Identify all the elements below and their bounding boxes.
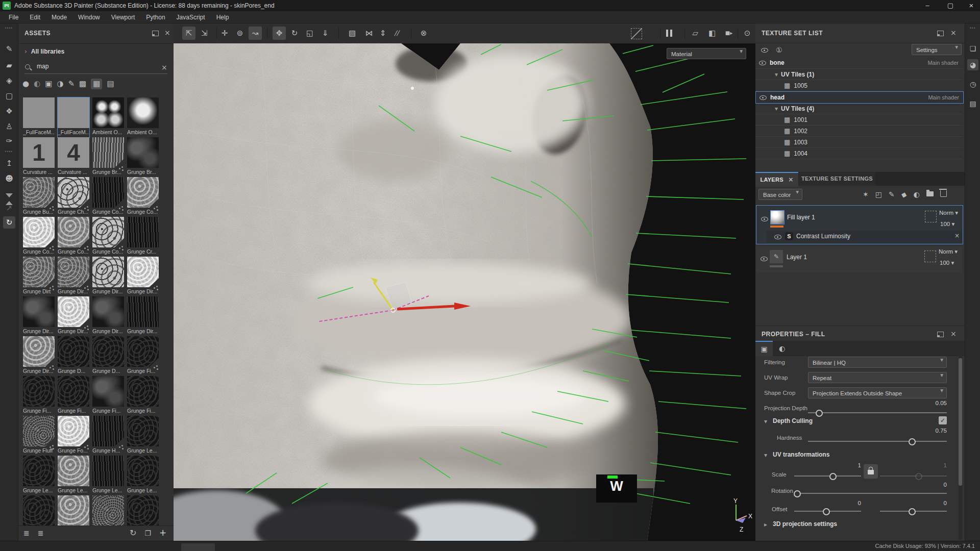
asset-item[interactable]: 1Curvature ... [23, 137, 55, 177]
uv-tile-name[interactable]: 1001 [794, 116, 807, 123]
discard-stroke-icon[interactable]: ⊗ [417, 27, 430, 40]
asset-thumbnail[interactable] [23, 456, 55, 486]
undock-icon[interactable] [937, 31, 944, 38]
import-list-icon[interactable]: ≣ [38, 530, 44, 537]
camera-view-icon[interactable]: ■▸ [722, 27, 736, 40]
asset-item[interactable]: Grunge Co... [127, 177, 159, 217]
asset-thumbnail[interactable] [92, 217, 124, 247]
visibility-icon[interactable] [758, 59, 767, 67]
add-effect-icon[interactable]: ✶ [863, 191, 869, 198]
asset-item[interactable]: Grunge D... [92, 336, 124, 376]
move-tool-icon[interactable]: ✥ [273, 27, 286, 40]
asset-item[interactable] [92, 495, 124, 529]
asset-thumbnail[interactable] [127, 97, 159, 128]
asset-thumbnail[interactable] [23, 336, 55, 367]
tab-material-icon[interactable]: ◐ [773, 341, 791, 356]
slider-handle[interactable] [794, 490, 801, 497]
asset-thumbnail[interactable] [127, 257, 159, 287]
material-picker-tool-icon[interactable]: ✑ [3, 135, 15, 147]
asset-item[interactable]: Grunge Dir... [23, 296, 55, 336]
slider-handle[interactable] [909, 508, 916, 515]
asset-thumbnail[interactable] [127, 416, 159, 446]
layer-name[interactable]: Fill layer 1 [787, 214, 815, 221]
asset-thumbnail[interactable] [58, 217, 89, 247]
tab-layers[interactable]: LAYERS × [755, 172, 798, 187]
asset-item[interactable] [23, 495, 55, 529]
remove-effect-icon[interactable]: × [954, 233, 960, 239]
shader-assignment[interactable]: Main shader [928, 94, 959, 101]
asset-item[interactable]: Grunge H... [92, 416, 124, 456]
asset-thumbnail[interactable] [127, 336, 159, 367]
asset-thumbnail[interactable] [127, 137, 159, 168]
layer-visibility-icon[interactable] [761, 215, 769, 223]
display-mannequin-icon[interactable]: ☻ [3, 172, 15, 185]
resources-updater-icon[interactable]: ↻ [3, 216, 15, 229]
hardness-slider[interactable] [808, 441, 947, 442]
asset-item[interactable]: 4Curvature ... [58, 137, 89, 177]
asset-item[interactable] [58, 495, 89, 529]
uv-wrap-dropdown[interactable]: Repeat ▾ [808, 372, 947, 383]
filter-smart-materials-icon[interactable]: ◐ [34, 80, 40, 88]
asset-item[interactable]: Grunge Cr... [127, 217, 159, 257]
add-paint-layer-icon[interactable]: ✎ [889, 191, 895, 198]
asset-item[interactable]: Grunge Dir... [58, 257, 89, 296]
uv-tile-row[interactable]: ▦1005 [755, 80, 963, 91]
asset-thumbnail[interactable] [127, 177, 159, 208]
asset-thumbnail[interactable] [127, 296, 159, 327]
asset-item[interactable]: Grunge Le... [127, 456, 159, 495]
uv-transformations-header[interactable]: UV transformations [773, 451, 829, 458]
filter-brushes-icon[interactable]: ✎ [68, 80, 75, 88]
rotation-slider[interactable] [794, 493, 947, 494]
asset-thumbnail[interactable] [23, 495, 55, 526]
refresh-assets-icon[interactable]: ↻ [130, 529, 136, 537]
projection-settings-header[interactable]: 3D projection settings [773, 520, 837, 528]
effect-name[interactable]: Contrast Luminosity [796, 233, 850, 240]
minimize-button[interactable]: – [919, 0, 936, 11]
asset-item[interactable]: Grunge Dirt [23, 257, 55, 296]
eraser-tool-icon[interactable]: ▰ [3, 59, 15, 71]
screenshot-icon[interactable]: ⊙ [741, 27, 754, 40]
asset-item[interactable] [127, 495, 159, 529]
toggle-all-visibility-icon[interactable] [761, 46, 769, 56]
offset-x-slider[interactable] [794, 511, 861, 512]
uv-tile-row[interactable]: ▦1002 [755, 126, 963, 137]
search-input[interactable] [36, 62, 155, 70]
asset-item[interactable]: Grunge Le... [92, 456, 124, 495]
asset-item[interactable]: Grunge Br... [127, 137, 159, 177]
layer-thumbnail[interactable] [770, 210, 785, 224]
paint-tool-icon[interactable]: ✎ [3, 43, 15, 55]
mesh-options-icon[interactable]: ⊚ [233, 27, 247, 40]
uv-tiles-row[interactable]: ▾UV Tiles (4) [755, 103, 963, 114]
asset-thumbnail[interactable] [23, 416, 55, 446]
menu-edit[interactable]: Edit [24, 14, 46, 21]
filter-filters-icon[interactable]: ◑ [57, 80, 63, 88]
asset-item[interactable]: Ambient O... [127, 97, 159, 137]
asset-thumbnail[interactable] [23, 217, 55, 247]
asset-item[interactable]: Grunge Co... [23, 217, 55, 257]
close-panel-icon[interactable]: × [950, 330, 957, 337]
undock-icon[interactable] [937, 332, 944, 339]
projection-depth-slider[interactable] [808, 412, 947, 413]
asset-item[interactable]: Grunge Dir... [92, 257, 124, 296]
close-tab-icon[interactable]: × [788, 176, 793, 183]
import-resources-icon[interactable]: + [159, 529, 166, 537]
asset-item[interactable]: Grunge Fo... [58, 416, 89, 456]
filter-environments-icon[interactable]: ▤ [107, 80, 114, 88]
log-icon[interactable]: ▤ [967, 98, 978, 109]
asset-item[interactable]: Grunge Co... [92, 217, 124, 257]
asset-thumbnail[interactable] [23, 257, 55, 287]
undock-icon[interactable] [152, 31, 159, 38]
asset-thumbnail[interactable] [92, 456, 124, 486]
shader-channel-dropdown[interactable]: Material ▾ [667, 48, 746, 59]
uv-tile-name[interactable]: 1005 [794, 82, 807, 89]
projection-tool-icon[interactable]: ◈ [3, 74, 15, 87]
depth-culling-checkbox[interactable]: ✓ [939, 416, 947, 424]
asset-thumbnail[interactable] [58, 177, 89, 208]
filter-textures-icon[interactable]: ▦ [91, 79, 102, 89]
asset-item[interactable]: Grunge Le... [127, 416, 159, 456]
depth-culling-header[interactable]: Depth Culling [773, 417, 813, 424]
status-tab[interactable] [181, 543, 215, 551]
asset-item[interactable]: Grunge Fi... [58, 376, 89, 416]
asset-item[interactable]: Grunge Co... [92, 177, 124, 217]
asset-item[interactable]: Grunge Le... [58, 456, 89, 495]
